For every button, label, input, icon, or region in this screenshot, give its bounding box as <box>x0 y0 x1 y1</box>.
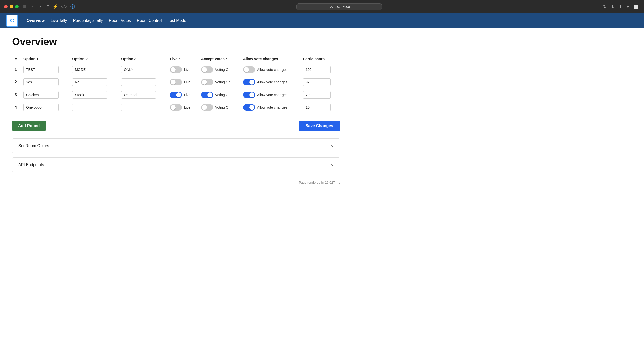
page-footer: Page rendered in 26.027 ms <box>12 180 340 190</box>
table-row: 2 Live Voting O <box>12 76 340 88</box>
page-title: Overview <box>12 36 340 48</box>
changes-toggle-wrap-1: Allow vote changes <box>243 79 298 85</box>
table-row: 4 Live Voting O <box>12 101 340 114</box>
voting-toggle-0[interactable] <box>201 66 213 73</box>
nav-overview[interactable]: Overview <box>26 17 45 24</box>
participants-input-2[interactable] <box>303 91 331 99</box>
option2-input-0[interactable] <box>72 66 107 73</box>
voting-label-0: Voting On <box>215 68 231 72</box>
voting-toggle-wrap-1: Voting On <box>201 79 238 85</box>
api-endpoints-chevron: ∨ <box>331 162 334 168</box>
live-toggle-1[interactable] <box>170 79 182 85</box>
reload-icon[interactable]: ↻ <box>603 4 607 9</box>
row-num-1: 2 <box>15 80 17 84</box>
forward-button[interactable]: › <box>38 3 42 10</box>
nav-live-tally[interactable]: Live Tally <box>50 17 68 24</box>
address-bar[interactable]: 127.0.0.1:5000 <box>296 3 382 10</box>
back-button[interactable]: ‹ <box>31 3 35 10</box>
option2-input-1[interactable] <box>72 78 107 86</box>
live-toggle-wrap-2: Live <box>170 92 196 98</box>
option3-input-2[interactable] <box>121 91 156 99</box>
live-label-3: Live <box>184 105 190 109</box>
row-num-3: 4 <box>15 105 17 109</box>
changes-toggle-2[interactable] <box>243 92 255 98</box>
col-header-changes: Allow vote changes <box>240 55 301 63</box>
nav-percentage-tally[interactable]: Percentage Tally <box>73 17 103 24</box>
voting-toggle-wrap-3: Voting On <box>201 104 238 111</box>
download-icon[interactable]: ⬇ <box>610 3 616 10</box>
live-toggle-wrap-0: Live <box>170 66 196 73</box>
changes-label-3: Allow vote changes <box>257 105 288 109</box>
changes-toggle-0[interactable] <box>243 66 255 73</box>
option2-input-3[interactable] <box>72 104 107 111</box>
nav-test-mode[interactable]: Test Mode <box>167 17 187 24</box>
api-endpoints-section: API Endpoints ∨ <box>12 157 340 172</box>
set-room-colors-label: Set Room Colors <box>18 144 49 148</box>
table-row: 3 Live Voting O <box>12 88 340 101</box>
minimize-button[interactable] <box>10 5 13 8</box>
code-icon: </> <box>61 4 67 9</box>
save-changes-button[interactable]: Save Changes <box>299 121 340 131</box>
maximize-button[interactable] <box>15 5 19 8</box>
app-nav: C Overview Live Tally Percentage Tally R… <box>0 13 644 28</box>
voting-label-1: Voting On <box>215 80 231 84</box>
option1-input-3[interactable] <box>23 104 59 111</box>
rss-icon: ⚡ <box>52 4 58 9</box>
live-toggle-0[interactable] <box>170 66 182 73</box>
live-toggle-wrap-1: Live <box>170 79 196 85</box>
row-num-2: 3 <box>15 93 17 97</box>
changes-label-0: Allow vote changes <box>257 68 288 72</box>
col-header-accept: Accept Votes? <box>198 55 240 63</box>
changes-toggle-1[interactable] <box>243 79 255 85</box>
close-button[interactable] <box>4 5 8 8</box>
extension-icon: ⓘ <box>70 4 75 10</box>
voting-toggle-wrap-2: Voting On <box>201 92 238 98</box>
participants-input-0[interactable] <box>303 66 331 73</box>
participants-input-3[interactable] <box>303 104 331 111</box>
share-icon[interactable]: ⬆ <box>617 3 624 10</box>
set-room-colors-header[interactable]: Set Room Colors ∨ <box>12 139 340 153</box>
voting-label-3: Voting On <box>215 105 231 109</box>
nav-room-control[interactable]: Room Control <box>136 17 162 24</box>
voting-toggle-3[interactable] <box>201 104 213 111</box>
changes-toggle-3[interactable] <box>243 104 255 111</box>
add-round-button[interactable]: Add Round <box>12 121 46 131</box>
nav-room-votes[interactable]: Room Votes <box>108 17 131 24</box>
new-tab-icon[interactable]: + <box>625 3 630 10</box>
col-header-option1: Option 1 <box>21 55 70 63</box>
option3-input-1[interactable] <box>121 78 156 86</box>
option2-input-2[interactable] <box>72 91 107 99</box>
col-header-num: # <box>12 55 21 63</box>
voting-label-2: Voting On <box>215 93 231 97</box>
nav-links: Overview Live Tally Percentage Tally Roo… <box>26 17 187 24</box>
api-endpoints-header[interactable]: API Endpoints ∨ <box>12 158 340 172</box>
render-time: Page rendered in 26.027 ms <box>299 180 340 184</box>
option3-input-0[interactable] <box>121 66 156 73</box>
option1-input-1[interactable] <box>23 78 59 86</box>
address-bar-container: 127.0.0.1:5000 <box>78 3 600 10</box>
changes-toggle-wrap-3: Allow vote changes <box>243 104 298 111</box>
participants-input-1[interactable] <box>303 78 331 86</box>
option3-input-3[interactable] <box>121 104 156 111</box>
changes-label-2: Allow vote changes <box>257 93 288 97</box>
voting-toggle-1[interactable] <box>201 79 213 85</box>
option1-input-2[interactable] <box>23 91 59 99</box>
live-toggle-3[interactable] <box>170 104 182 111</box>
api-endpoints-label: API Endpoints <box>18 163 44 167</box>
sidebar-toggle-button[interactable]: ☰ <box>22 4 28 10</box>
traffic-lights <box>4 5 19 8</box>
voting-toggle-2[interactable] <box>201 92 213 98</box>
live-label-2: Live <box>184 93 190 97</box>
changes-toggle-wrap-0: Allow vote changes <box>243 66 298 73</box>
option1-input-0[interactable] <box>23 66 59 73</box>
col-header-option2: Option 2 <box>70 55 118 63</box>
overview-table: # Option 1 Option 2 Option 3 Live? Accep… <box>12 55 340 114</box>
live-toggle-2[interactable] <box>170 92 182 98</box>
table-row: 1 Live Voting O <box>12 63 340 76</box>
main-content: Overview # Option 1 Option 2 Option 3 Li… <box>0 28 352 198</box>
set-room-colors-chevron: ∨ <box>331 143 334 149</box>
shield-icon: 🛡 <box>46 5 49 9</box>
live-label-0: Live <box>184 68 190 72</box>
tabs-icon[interactable]: ⬜ <box>632 3 640 10</box>
app-logo: C <box>6 15 18 27</box>
